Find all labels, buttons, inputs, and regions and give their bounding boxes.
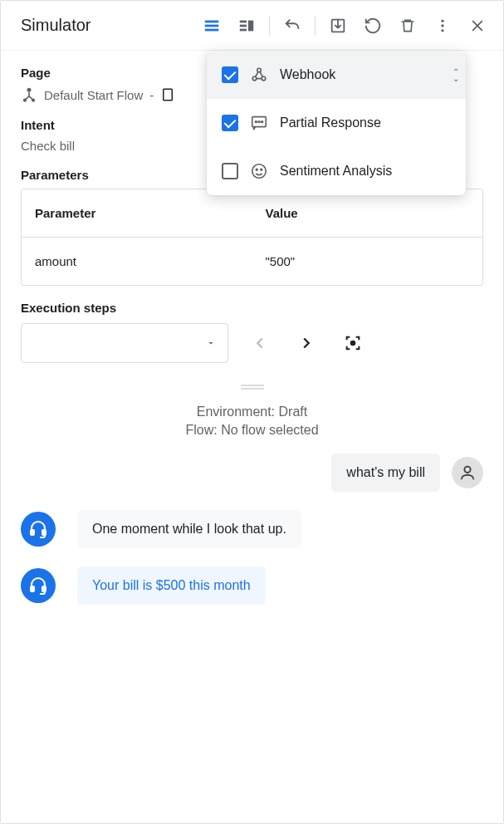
checkbox-webhook[interactable]: [222, 66, 238, 83]
toolbar-divider: [315, 16, 316, 36]
svg-point-26: [258, 121, 260, 123]
page-icon: [160, 86, 175, 103]
breadcrumb-sep: -: [149, 88, 154, 102]
svg-point-9: [441, 24, 443, 27]
svg-rect-0: [205, 20, 219, 22]
table-header: Parameter Value: [22, 189, 482, 238]
checkbox-partial-response[interactable]: [222, 115, 238, 131]
svg-rect-17: [31, 530, 34, 535]
bot-message: One moment while I look that up.: [77, 510, 301, 548]
svg-point-28: [252, 164, 267, 179]
close-icon[interactable]: [462, 10, 493, 42]
bot-message-highlight: Your bill is $500 this month: [77, 566, 266, 605]
bot-avatar: [21, 512, 56, 547]
popover-label: Partial Response: [280, 115, 381, 130]
svg-point-27: [262, 121, 263, 123]
svg-rect-4: [240, 24, 247, 27]
svg-point-25: [255, 121, 257, 123]
svg-point-30: [261, 169, 262, 170]
message-icon: [250, 114, 268, 132]
svg-rect-14: [164, 89, 173, 101]
focus-icon[interactable]: [338, 328, 368, 358]
svg-point-12: [23, 99, 27, 102]
headset-icon: [28, 519, 48, 539]
col-value: Value: [252, 189, 483, 237]
popover-item-partial-response[interactable]: Partial Response: [207, 99, 466, 147]
more-icon[interactable]: [427, 10, 458, 42]
popover-label: Webhook: [280, 67, 335, 82]
svg-point-16: [464, 466, 470, 472]
flow-line: Flow: No flow selected: [1, 421, 503, 439]
chevron-down-icon: [206, 338, 216, 348]
svg-point-13: [32, 99, 35, 102]
chat-info: Environment: Draft Flow: No flow selecte…: [1, 403, 503, 440]
reset-icon[interactable]: [357, 10, 389, 42]
svg-rect-20: [42, 586, 46, 591]
flow-icon: [21, 86, 37, 103]
execution-section: Execution steps: [1, 286, 503, 363]
svg-point-15: [351, 341, 355, 346]
popover-drag-icon[interactable]: ⌃⌄: [453, 69, 459, 82]
undo-icon[interactable]: [276, 10, 308, 42]
header: Simulator: [1, 1, 503, 51]
header-title: Simulator: [21, 16, 196, 35]
svg-rect-18: [42, 530, 46, 535]
svg-point-29: [256, 169, 257, 170]
svg-point-11: [27, 88, 32, 92]
toolbar-divider: [269, 16, 270, 36]
bot-message-row: Your bill is $500 this month: [21, 566, 483, 605]
svg-rect-1: [205, 24, 219, 27]
parameters-table: Parameter Value amount "500": [21, 189, 483, 286]
svg-rect-6: [248, 20, 253, 31]
view-split-icon[interactable]: [231, 10, 262, 42]
headset-icon: [28, 576, 48, 596]
bot-avatar: [21, 568, 56, 603]
user-message-row: what's my bill: [21, 454, 483, 492]
drag-handle[interactable]: [1, 380, 503, 391]
view-list-icon[interactable]: [196, 10, 228, 42]
execution-step-select[interactable]: [21, 323, 228, 363]
svg-rect-3: [240, 20, 247, 22]
webhook-icon: [250, 66, 268, 84]
breadcrumb-item: Default Start Flow: [44, 88, 143, 102]
col-parameter: Parameter: [22, 189, 252, 237]
download-icon[interactable]: [322, 10, 354, 42]
user-message: what's my bill: [331, 454, 440, 492]
options-popover: ⌃⌄ Webhook Partial Response Sentiment An…: [207, 51, 466, 195]
popover-item-sentiment[interactable]: Sentiment Analysis: [207, 147, 466, 195]
param-value: "500": [252, 238, 483, 285]
execution-controls: [21, 323, 483, 363]
environment-line: Environment: Draft: [1, 403, 503, 421]
svg-rect-2: [205, 28, 219, 31]
simulator-panel: Simulator: [0, 0, 504, 824]
person-icon: [458, 464, 477, 482]
smile-icon: [250, 162, 268, 180]
delete-icon[interactable]: [392, 10, 423, 42]
svg-point-8: [441, 19, 443, 22]
chat: what's my bill One moment while I look t…: [1, 440, 503, 615]
execution-label: Execution steps: [21, 301, 483, 315]
svg-rect-5: [240, 28, 247, 31]
table-row: amount "500": [22, 238, 482, 285]
svg-point-10: [441, 29, 443, 32]
svg-rect-19: [31, 586, 34, 591]
param-name: amount: [22, 238, 252, 285]
prev-step-button[interactable]: [245, 328, 275, 358]
popover-label: Sentiment Analysis: [280, 164, 392, 179]
user-avatar: [452, 457, 483, 488]
next-step-button[interactable]: [291, 328, 321, 358]
toolbar: [196, 10, 493, 42]
checkbox-sentiment[interactable]: [222, 163, 238, 179]
bot-message-row: One moment while I look that up.: [21, 510, 483, 548]
popover-item-webhook[interactable]: Webhook: [207, 51, 466, 99]
